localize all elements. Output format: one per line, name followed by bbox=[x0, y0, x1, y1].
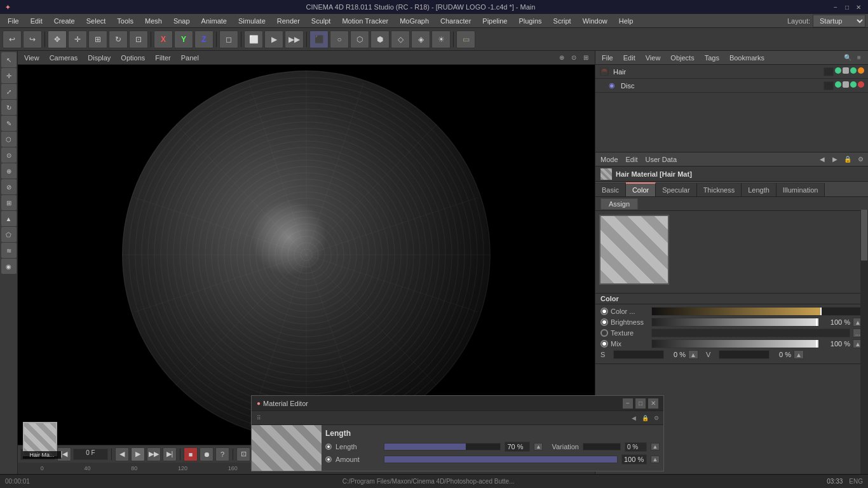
menu-pipeline[interactable]: Pipeline bbox=[477, 16, 512, 26]
mat-variation-value[interactable] bbox=[625, 442, 647, 452]
menu-create[interactable]: Create bbox=[49, 16, 80, 26]
obj-menu-file[interactable]: File bbox=[599, 54, 616, 62]
mat-variation-slider[interactable] bbox=[583, 443, 621, 451]
viewport-3d[interactable]: 233 F bbox=[18, 65, 595, 445]
y-axis[interactable]: Y bbox=[174, 30, 193, 48]
scale-tool[interactable]: ⊞ bbox=[88, 30, 107, 48]
vp-icon-fullscreen[interactable]: ⊞ bbox=[581, 53, 591, 63]
assign-button[interactable]: Assign bbox=[600, 198, 638, 210]
layout-dropdown[interactable]: Startup Animation Modeling bbox=[813, 15, 865, 27]
tool-scale[interactable]: ⤢ bbox=[1, 84, 17, 99]
v-up-btn[interactable]: ▲ bbox=[794, 350, 804, 359]
menu-animate[interactable]: Animate bbox=[196, 16, 232, 26]
mat-length-up-btn[interactable]: ▲ bbox=[534, 443, 543, 451]
menu-snap[interactable]: Snap bbox=[168, 16, 195, 26]
color-radio[interactable] bbox=[600, 308, 608, 315]
obj-menu-edit[interactable]: Edit bbox=[621, 54, 638, 62]
hair-visible-btn[interactable] bbox=[824, 67, 834, 76]
obj-filter-icon[interactable]: ≡ bbox=[854, 53, 864, 63]
menu-script[interactable]: Script bbox=[548, 16, 576, 26]
camera-btn[interactable]: ◈ bbox=[411, 30, 430, 48]
vp-menu-panel[interactable]: Panel bbox=[179, 54, 201, 62]
render-active[interactable]: ▶ bbox=[264, 30, 283, 48]
tool-edit[interactable]: ✎ bbox=[1, 116, 17, 131]
s-up-btn[interactable]: ▲ bbox=[688, 350, 698, 359]
tool-rotate[interactable]: ↻ bbox=[1, 100, 17, 115]
vp-icon-nav2[interactable]: ⊙ bbox=[569, 53, 579, 63]
tool-brush[interactable]: ⊙ bbox=[1, 147, 17, 163]
redo-button[interactable]: ↪ bbox=[23, 30, 42, 48]
mat-length-slider[interactable] bbox=[384, 443, 501, 451]
tool-bridge[interactable]: ≋ bbox=[1, 243, 17, 258]
object-row-disc[interactable]: ◉ Disc bbox=[595, 79, 868, 93]
vp-menu-options[interactable]: Options bbox=[118, 54, 147, 62]
obj-mode[interactable]: ◻ bbox=[219, 30, 238, 48]
tab-length[interactable]: Length bbox=[742, 183, 776, 196]
tool-magnet[interactable]: ⊕ bbox=[1, 163, 17, 179]
tool-loop[interactable]: ⊞ bbox=[1, 195, 17, 210]
vp-icon-nav1[interactable]: ⊕ bbox=[557, 53, 567, 63]
move-tool[interactable]: ✛ bbox=[68, 30, 87, 48]
menu-help[interactable]: Help bbox=[614, 16, 639, 26]
mat-thumb-hair[interactable]: Hair Ma... bbox=[23, 422, 61, 459]
mat-editor-maximize[interactable]: □ bbox=[635, 398, 646, 409]
brightness-radio[interactable] bbox=[600, 318, 608, 326]
texture-radio[interactable] bbox=[600, 329, 608, 337]
mat-variation-up-btn[interactable]: ▲ bbox=[651, 443, 660, 451]
cube-btn[interactable]: ⬛ bbox=[309, 30, 329, 48]
transform-tool[interactable]: ⊡ bbox=[129, 30, 148, 48]
menu-edit[interactable]: Edit bbox=[25, 16, 48, 26]
tool-weld[interactable]: ◉ bbox=[1, 259, 17, 274]
menu-sculpt[interactable]: Sculpt bbox=[306, 16, 336, 26]
texture-field[interactable] bbox=[651, 329, 850, 337]
attr-next-icon[interactable]: ▶ bbox=[830, 154, 840, 165]
stop-btn[interactable]: ■ bbox=[184, 447, 198, 461]
frame-next-btn[interactable]: ▶| bbox=[163, 447, 177, 461]
minimize-button[interactable]: − bbox=[831, 3, 840, 11]
autokey-btn[interactable]: ? bbox=[215, 447, 229, 461]
menu-character[interactable]: Character bbox=[435, 16, 476, 26]
tool-bevel[interactable]: ⬠ bbox=[1, 227, 17, 242]
z-axis[interactable]: Z bbox=[194, 30, 214, 48]
tab-thickness[interactable]: Thickness bbox=[697, 183, 742, 196]
render-preview[interactable]: ⬜ bbox=[244, 30, 263, 48]
tool-poly[interactable]: ⬡ bbox=[1, 132, 17, 147]
menu-simulate[interactable]: Simulate bbox=[233, 16, 271, 26]
tab-specular[interactable]: Specular bbox=[656, 183, 696, 196]
spline-btn[interactable]: ○ bbox=[330, 30, 349, 48]
tool-move[interactable]: ✛ bbox=[1, 68, 17, 83]
tab-illumination[interactable]: Illumination bbox=[776, 183, 825, 196]
start-frame-field[interactable]: 0 F bbox=[73, 449, 108, 460]
attr-lock-icon[interactable]: 🔒 bbox=[843, 154, 853, 165]
s-slider[interactable] bbox=[613, 350, 664, 359]
mat-nav-left-btn[interactable]: ◀ bbox=[629, 414, 638, 423]
obj-menu-objects[interactable]: Objects bbox=[668, 54, 696, 62]
attr-settings-icon[interactable]: ⚙ bbox=[855, 154, 865, 165]
x-axis[interactable]: X bbox=[154, 30, 173, 48]
menu-render[interactable]: Render bbox=[272, 16, 305, 26]
rotate-tool[interactable]: ↻ bbox=[109, 30, 128, 48]
maximize-button[interactable]: □ bbox=[843, 3, 851, 11]
render-all[interactable]: ▶▶ bbox=[285, 30, 304, 48]
obj-menu-view[interactable]: View bbox=[643, 54, 663, 62]
mix-radio[interactable] bbox=[600, 340, 608, 348]
menu-motion-tracker[interactable]: Motion Tracker bbox=[337, 16, 393, 26]
tab-color[interactable]: Color bbox=[626, 182, 656, 196]
vp-menu-display[interactable]: Display bbox=[85, 54, 113, 62]
obj-menu-tags[interactable]: Tags bbox=[702, 54, 722, 62]
mat-amount-slider[interactable] bbox=[384, 456, 618, 463]
attr-user-data-btn[interactable]: User Data bbox=[643, 156, 680, 163]
v-slider[interactable] bbox=[719, 350, 770, 359]
motion-btn[interactable]: ⊡ bbox=[236, 447, 250, 461]
close-button[interactable]: ✕ bbox=[854, 3, 863, 11]
env-btn[interactable]: ◇ bbox=[391, 30, 410, 48]
mat-amount-up-btn[interactable]: ▲ bbox=[651, 456, 660, 463]
undo-button[interactable]: ↩ bbox=[3, 30, 22, 48]
menu-window[interactable]: Window bbox=[578, 16, 613, 26]
obj-search-icon[interactable]: 🔍 bbox=[843, 53, 853, 63]
color-slider[interactable] bbox=[651, 307, 863, 316]
vp-menu-cameras[interactable]: Cameras bbox=[47, 54, 81, 62]
mat-amount-radio[interactable] bbox=[325, 456, 332, 463]
tool-knife[interactable]: ⊘ bbox=[1, 179, 17, 194]
play-prev-btn[interactable]: ◀ bbox=[115, 447, 129, 461]
